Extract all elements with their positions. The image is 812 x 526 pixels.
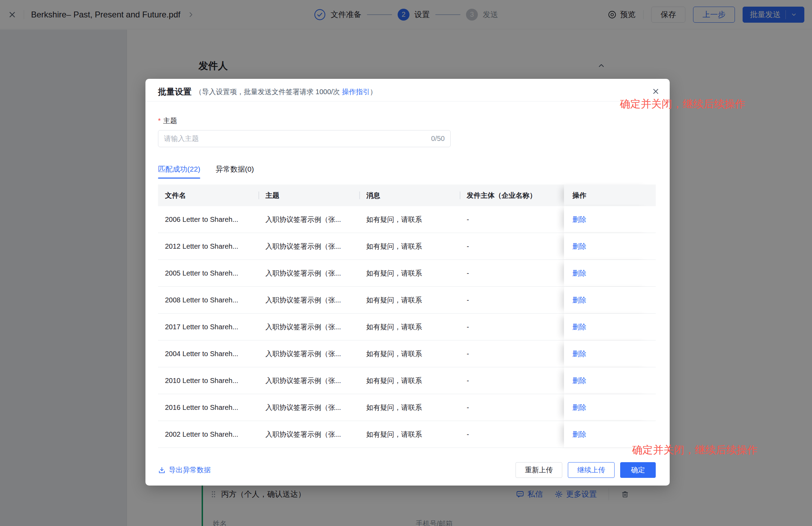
cell-filename: 2017 Letter to Shareh... bbox=[158, 323, 258, 331]
table-row: 2010 Letter to Shareh... 入职协议签署示例（张... 如… bbox=[158, 367, 656, 394]
modal-close-icon[interactable] bbox=[652, 87, 660, 96]
hand-annotation-top: 确定并关闭，继续后续操作 bbox=[620, 97, 745, 111]
continue-upload-button[interactable]: 继续上传 bbox=[568, 462, 615, 478]
modal-subtitle-suffix: ） bbox=[370, 88, 377, 96]
cell-message: 如有疑问，请联系 bbox=[359, 215, 460, 224]
app-root: Berkshire– Past, Present and Future.pdf … bbox=[0, 0, 812, 526]
cell-filename: 2016 Letter to Shareh... bbox=[158, 404, 258, 412]
cell-action: 删除 bbox=[564, 367, 653, 394]
result-tabs: 匹配成功(22) 异常数据(0) bbox=[158, 164, 657, 179]
delete-row-link[interactable]: 删除 bbox=[572, 242, 586, 251]
delete-row-link[interactable]: 删除 bbox=[572, 403, 586, 412]
table-row: 2012 Letter to Shareh... 入职协议签署示例（张... 如… bbox=[158, 233, 656, 260]
modal-subtitle-text: （导入设置项，批量发送文件签署请求 1000/次 bbox=[195, 88, 342, 96]
cell-message: 如有疑问，请联系 bbox=[359, 403, 460, 412]
cell-action: 删除 bbox=[564, 340, 653, 367]
confirm-button[interactable]: 确定 bbox=[620, 462, 656, 478]
table-header-row: 文件名 主题 消息 发件主体（企业名称） 操作 bbox=[158, 185, 656, 206]
modal-title: 批量设置 bbox=[158, 86, 191, 97]
reupload-button[interactable]: 重新上传 bbox=[516, 462, 562, 478]
cell-filename: 2012 Letter to Shareh... bbox=[158, 242, 258, 250]
required-asterisk: * bbox=[158, 117, 161, 125]
subject-input[interactable] bbox=[164, 135, 428, 143]
delete-row-link[interactable]: 删除 bbox=[572, 349, 586, 359]
footer-buttons: 重新上传 继续上传 确定 bbox=[516, 462, 656, 478]
cell-filename: 2002 Letter to Shareh... bbox=[158, 430, 258, 438]
col-header-action: 操作 bbox=[564, 185, 653, 206]
cell-message: 如有疑问，请联系 bbox=[359, 349, 460, 359]
cell-filename: 2006 Letter to Shareh... bbox=[158, 216, 258, 224]
col-header-sender: 发件主体（企业名称） bbox=[460, 191, 564, 200]
export-error-data-link[interactable]: 导出异常数据 bbox=[158, 465, 211, 475]
cell-sender: - bbox=[460, 216, 564, 224]
table-row: 2006 Letter to Shareh... 入职协议签署示例（张... 如… bbox=[158, 206, 656, 233]
cell-sender: - bbox=[460, 377, 564, 385]
cell-action: 删除 bbox=[564, 233, 653, 260]
cell-subject: 入职协议签署示例（张... bbox=[258, 403, 359, 412]
delete-row-link[interactable]: 删除 bbox=[572, 322, 586, 332]
delete-row-link[interactable]: 删除 bbox=[572, 430, 586, 439]
table-row: 2008 Letter to Shareh... 入职协议签署示例（张... 如… bbox=[158, 287, 656, 314]
cell-subject: 入职协议签署示例（张... bbox=[258, 295, 359, 305]
cell-sender: - bbox=[460, 269, 564, 277]
cell-action: 删除 bbox=[564, 206, 653, 233]
delete-row-link[interactable]: 删除 bbox=[572, 269, 586, 278]
cell-sender: - bbox=[460, 350, 564, 358]
cell-subject: 入职协议签署示例（张... bbox=[258, 322, 359, 332]
col-header-filename: 文件名 bbox=[158, 191, 258, 200]
tab-matched-success[interactable]: 匹配成功(22) bbox=[158, 164, 200, 179]
cell-sender: - bbox=[460, 430, 564, 438]
modal-footer: 导出异常数据 重新上传 继续上传 确定 bbox=[158, 462, 656, 478]
delete-row-link[interactable]: 删除 bbox=[572, 215, 586, 224]
matched-files-table: 文件名 主题 消息 发件主体（企业名称） 操作 2006 Letter to S… bbox=[158, 185, 656, 448]
cell-action: 删除 bbox=[564, 287, 653, 313]
table-row: 2004 Letter to Shareh... 入职协议签署示例（张... 如… bbox=[158, 340, 656, 367]
cell-sender: - bbox=[460, 242, 564, 250]
table-row: 2002 Letter to Shareh... 入职协议签署示例（张... 如… bbox=[158, 421, 656, 448]
hand-annotation-bottom: 确定并关闭，继续后续操作 bbox=[632, 443, 758, 457]
cell-message: 如有疑问，请联系 bbox=[359, 322, 460, 332]
subject-input-wrapper: 0/50 bbox=[158, 130, 451, 147]
delete-row-link[interactable]: 删除 bbox=[572, 376, 586, 385]
table-row: 2017 Letter to Shareh... 入职协议签署示例（张... 如… bbox=[158, 314, 656, 340]
export-error-data-label: 导出异常数据 bbox=[169, 465, 211, 475]
cell-subject: 入职协议签署示例（张... bbox=[258, 430, 359, 439]
cell-filename: 2008 Letter to Shareh... bbox=[158, 296, 258, 304]
cell-sender: - bbox=[460, 296, 564, 304]
cell-action: 删除 bbox=[564, 260, 653, 286]
modal-header: 批量设置 （导入设置项，批量发送文件签署请求 1000/次 操作指引） bbox=[145, 79, 670, 102]
cell-subject: 入职协议签署示例（张... bbox=[258, 349, 359, 359]
cell-filename: 2004 Letter to Shareh... bbox=[158, 350, 258, 358]
download-icon bbox=[158, 466, 166, 474]
cell-subject: 入职协议签署示例（张... bbox=[258, 215, 359, 224]
col-header-message: 消息 bbox=[359, 191, 460, 200]
cell-message: 如有疑问，请联系 bbox=[359, 376, 460, 385]
cell-message: 如有疑问，请联系 bbox=[359, 269, 460, 278]
cell-filename: 2010 Letter to Shareh... bbox=[158, 377, 258, 385]
cell-sender: - bbox=[460, 404, 564, 412]
modal-subtitle: （导入设置项，批量发送文件签署请求 1000/次 操作指引） bbox=[195, 87, 377, 97]
table-row: 2016 Letter to Shareh... 入职协议签署示例（张... 如… bbox=[158, 394, 656, 421]
tab-error-data[interactable]: 异常数据(0) bbox=[216, 164, 254, 179]
subject-field-label: * 主题 bbox=[158, 116, 657, 126]
cell-message: 如有疑问，请联系 bbox=[359, 242, 460, 251]
cell-subject: 入职协议签署示例（张... bbox=[258, 376, 359, 385]
delete-row-link[interactable]: 删除 bbox=[572, 295, 586, 305]
batch-settings-modal: 批量设置 （导入设置项，批量发送文件签署请求 1000/次 操作指引） * 主题… bbox=[145, 79, 670, 486]
table-body: 2006 Letter to Shareh... 入职协议签署示例（张... 如… bbox=[158, 206, 656, 448]
table-row: 2005 Letter to Shareh... 入职协议签署示例（张... 如… bbox=[158, 260, 656, 287]
cell-action: 删除 bbox=[564, 394, 653, 421]
col-header-subject: 主题 bbox=[258, 191, 359, 200]
cell-action: 删除 bbox=[564, 314, 653, 340]
subject-label-text: 主题 bbox=[163, 116, 177, 126]
cell-filename: 2005 Letter to Shareh... bbox=[158, 269, 258, 277]
cell-sender: - bbox=[460, 323, 564, 331]
cell-message: 如有疑问，请联系 bbox=[359, 430, 460, 439]
cell-message: 如有疑问，请联系 bbox=[359, 295, 460, 305]
cell-subject: 入职协议签署示例（张... bbox=[258, 242, 359, 251]
char-counter: 0/50 bbox=[431, 135, 445, 143]
cell-subject: 入职协议签署示例（张... bbox=[258, 269, 359, 278]
operation-guide-link[interactable]: 操作指引 bbox=[342, 88, 370, 96]
